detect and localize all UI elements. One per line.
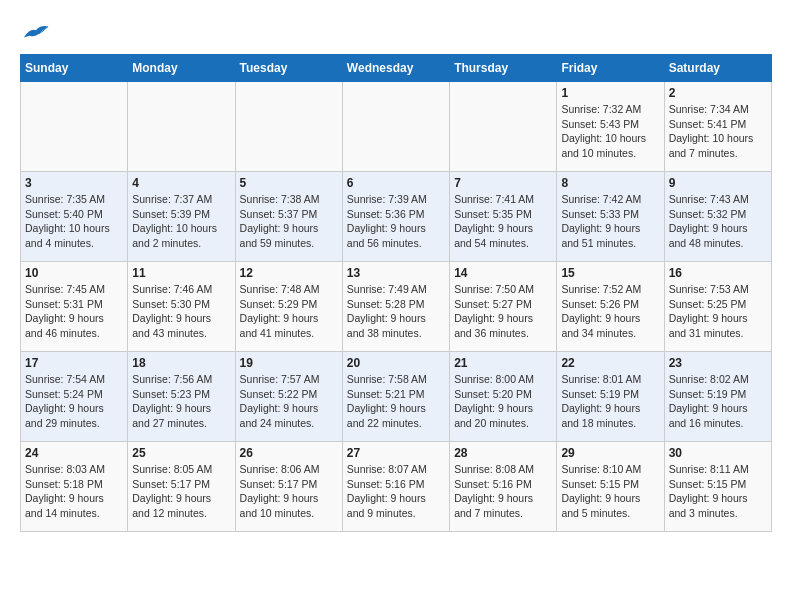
day-info: Sunrise: 7:54 AM Sunset: 5:24 PM Dayligh… bbox=[25, 372, 123, 431]
day-number: 30 bbox=[669, 446, 767, 460]
calendar-table: SundayMondayTuesdayWednesdayThursdayFrid… bbox=[20, 54, 772, 532]
day-info: Sunrise: 8:10 AM Sunset: 5:15 PM Dayligh… bbox=[561, 462, 659, 521]
day-info: Sunrise: 7:39 AM Sunset: 5:36 PM Dayligh… bbox=[347, 192, 445, 251]
day-info: Sunrise: 8:00 AM Sunset: 5:20 PM Dayligh… bbox=[454, 372, 552, 431]
day-info: Sunrise: 7:50 AM Sunset: 5:27 PM Dayligh… bbox=[454, 282, 552, 341]
day-number: 4 bbox=[132, 176, 230, 190]
calendar-cell: 4Sunrise: 7:37 AM Sunset: 5:39 PM Daylig… bbox=[128, 172, 235, 262]
day-number: 27 bbox=[347, 446, 445, 460]
day-info: Sunrise: 7:32 AM Sunset: 5:43 PM Dayligh… bbox=[561, 102, 659, 161]
calendar-cell: 10Sunrise: 7:45 AM Sunset: 5:31 PM Dayli… bbox=[21, 262, 128, 352]
calendar-cell bbox=[21, 82, 128, 172]
calendar-cell: 19Sunrise: 7:57 AM Sunset: 5:22 PM Dayli… bbox=[235, 352, 342, 442]
calendar-cell: 6Sunrise: 7:39 AM Sunset: 5:36 PM Daylig… bbox=[342, 172, 449, 262]
calendar-cell: 3Sunrise: 7:35 AM Sunset: 5:40 PM Daylig… bbox=[21, 172, 128, 262]
day-number: 11 bbox=[132, 266, 230, 280]
calendar-cell: 8Sunrise: 7:42 AM Sunset: 5:33 PM Daylig… bbox=[557, 172, 664, 262]
day-number: 2 bbox=[669, 86, 767, 100]
day-info: Sunrise: 7:37 AM Sunset: 5:39 PM Dayligh… bbox=[132, 192, 230, 251]
day-info: Sunrise: 8:11 AM Sunset: 5:15 PM Dayligh… bbox=[669, 462, 767, 521]
weekday-header-saturday: Saturday bbox=[664, 55, 771, 82]
calendar-week-row: 17Sunrise: 7:54 AM Sunset: 5:24 PM Dayli… bbox=[21, 352, 772, 442]
calendar-week-row: 10Sunrise: 7:45 AM Sunset: 5:31 PM Dayli… bbox=[21, 262, 772, 352]
day-info: Sunrise: 8:05 AM Sunset: 5:17 PM Dayligh… bbox=[132, 462, 230, 521]
calendar-cell: 17Sunrise: 7:54 AM Sunset: 5:24 PM Dayli… bbox=[21, 352, 128, 442]
day-info: Sunrise: 7:46 AM Sunset: 5:30 PM Dayligh… bbox=[132, 282, 230, 341]
day-number: 22 bbox=[561, 356, 659, 370]
calendar-week-row: 3Sunrise: 7:35 AM Sunset: 5:40 PM Daylig… bbox=[21, 172, 772, 262]
day-info: Sunrise: 7:34 AM Sunset: 5:41 PM Dayligh… bbox=[669, 102, 767, 161]
day-number: 15 bbox=[561, 266, 659, 280]
calendar-cell: 25Sunrise: 8:05 AM Sunset: 5:17 PM Dayli… bbox=[128, 442, 235, 532]
day-number: 7 bbox=[454, 176, 552, 190]
weekday-header-friday: Friday bbox=[557, 55, 664, 82]
weekday-header-sunday: Sunday bbox=[21, 55, 128, 82]
day-info: Sunrise: 7:58 AM Sunset: 5:21 PM Dayligh… bbox=[347, 372, 445, 431]
calendar-cell: 30Sunrise: 8:11 AM Sunset: 5:15 PM Dayli… bbox=[664, 442, 771, 532]
calendar-cell: 16Sunrise: 7:53 AM Sunset: 5:25 PM Dayli… bbox=[664, 262, 771, 352]
weekday-header-row: SundayMondayTuesdayWednesdayThursdayFrid… bbox=[21, 55, 772, 82]
calendar-cell: 5Sunrise: 7:38 AM Sunset: 5:37 PM Daylig… bbox=[235, 172, 342, 262]
day-info: Sunrise: 8:08 AM Sunset: 5:16 PM Dayligh… bbox=[454, 462, 552, 521]
calendar-cell: 14Sunrise: 7:50 AM Sunset: 5:27 PM Dayli… bbox=[450, 262, 557, 352]
calendar-cell bbox=[128, 82, 235, 172]
day-number: 19 bbox=[240, 356, 338, 370]
calendar-cell: 12Sunrise: 7:48 AM Sunset: 5:29 PM Dayli… bbox=[235, 262, 342, 352]
day-info: Sunrise: 8:02 AM Sunset: 5:19 PM Dayligh… bbox=[669, 372, 767, 431]
day-number: 6 bbox=[347, 176, 445, 190]
calendar-cell: 24Sunrise: 8:03 AM Sunset: 5:18 PM Dayli… bbox=[21, 442, 128, 532]
day-info: Sunrise: 7:43 AM Sunset: 5:32 PM Dayligh… bbox=[669, 192, 767, 251]
calendar-cell: 26Sunrise: 8:06 AM Sunset: 5:17 PM Dayli… bbox=[235, 442, 342, 532]
calendar-cell: 20Sunrise: 7:58 AM Sunset: 5:21 PM Dayli… bbox=[342, 352, 449, 442]
calendar-cell bbox=[450, 82, 557, 172]
calendar-cell: 18Sunrise: 7:56 AM Sunset: 5:23 PM Dayli… bbox=[128, 352, 235, 442]
logo bbox=[20, 20, 50, 44]
day-number: 16 bbox=[669, 266, 767, 280]
day-info: Sunrise: 7:41 AM Sunset: 5:35 PM Dayligh… bbox=[454, 192, 552, 251]
header bbox=[20, 20, 772, 44]
day-number: 18 bbox=[132, 356, 230, 370]
calendar-cell: 21Sunrise: 8:00 AM Sunset: 5:20 PM Dayli… bbox=[450, 352, 557, 442]
day-number: 24 bbox=[25, 446, 123, 460]
day-number: 8 bbox=[561, 176, 659, 190]
day-number: 25 bbox=[132, 446, 230, 460]
logo-bird-icon bbox=[22, 20, 50, 44]
day-number: 17 bbox=[25, 356, 123, 370]
day-info: Sunrise: 7:57 AM Sunset: 5:22 PM Dayligh… bbox=[240, 372, 338, 431]
day-info: Sunrise: 8:06 AM Sunset: 5:17 PM Dayligh… bbox=[240, 462, 338, 521]
day-number: 26 bbox=[240, 446, 338, 460]
day-number: 9 bbox=[669, 176, 767, 190]
day-info: Sunrise: 7:52 AM Sunset: 5:26 PM Dayligh… bbox=[561, 282, 659, 341]
weekday-header-thursday: Thursday bbox=[450, 55, 557, 82]
calendar-cell: 27Sunrise: 8:07 AM Sunset: 5:16 PM Dayli… bbox=[342, 442, 449, 532]
day-number: 13 bbox=[347, 266, 445, 280]
day-info: Sunrise: 7:42 AM Sunset: 5:33 PM Dayligh… bbox=[561, 192, 659, 251]
calendar-cell: 15Sunrise: 7:52 AM Sunset: 5:26 PM Dayli… bbox=[557, 262, 664, 352]
weekday-header-tuesday: Tuesday bbox=[235, 55, 342, 82]
calendar-cell: 22Sunrise: 8:01 AM Sunset: 5:19 PM Dayli… bbox=[557, 352, 664, 442]
weekday-header-wednesday: Wednesday bbox=[342, 55, 449, 82]
day-number: 1 bbox=[561, 86, 659, 100]
day-number: 20 bbox=[347, 356, 445, 370]
calendar-cell: 11Sunrise: 7:46 AM Sunset: 5:30 PM Dayli… bbox=[128, 262, 235, 352]
calendar-cell: 9Sunrise: 7:43 AM Sunset: 5:32 PM Daylig… bbox=[664, 172, 771, 262]
day-number: 21 bbox=[454, 356, 552, 370]
day-number: 5 bbox=[240, 176, 338, 190]
weekday-header-monday: Monday bbox=[128, 55, 235, 82]
day-info: Sunrise: 8:01 AM Sunset: 5:19 PM Dayligh… bbox=[561, 372, 659, 431]
calendar-cell: 29Sunrise: 8:10 AM Sunset: 5:15 PM Dayli… bbox=[557, 442, 664, 532]
calendar-week-row: 24Sunrise: 8:03 AM Sunset: 5:18 PM Dayli… bbox=[21, 442, 772, 532]
day-info: Sunrise: 8:07 AM Sunset: 5:16 PM Dayligh… bbox=[347, 462, 445, 521]
day-info: Sunrise: 7:35 AM Sunset: 5:40 PM Dayligh… bbox=[25, 192, 123, 251]
day-number: 29 bbox=[561, 446, 659, 460]
day-info: Sunrise: 7:38 AM Sunset: 5:37 PM Dayligh… bbox=[240, 192, 338, 251]
calendar-cell: 7Sunrise: 7:41 AM Sunset: 5:35 PM Daylig… bbox=[450, 172, 557, 262]
day-number: 3 bbox=[25, 176, 123, 190]
day-number: 28 bbox=[454, 446, 552, 460]
day-number: 23 bbox=[669, 356, 767, 370]
calendar-cell: 23Sunrise: 8:02 AM Sunset: 5:19 PM Dayli… bbox=[664, 352, 771, 442]
day-info: Sunrise: 8:03 AM Sunset: 5:18 PM Dayligh… bbox=[25, 462, 123, 521]
calendar-week-row: 1Sunrise: 7:32 AM Sunset: 5:43 PM Daylig… bbox=[21, 82, 772, 172]
calendar-cell: 1Sunrise: 7:32 AM Sunset: 5:43 PM Daylig… bbox=[557, 82, 664, 172]
day-info: Sunrise: 7:45 AM Sunset: 5:31 PM Dayligh… bbox=[25, 282, 123, 341]
